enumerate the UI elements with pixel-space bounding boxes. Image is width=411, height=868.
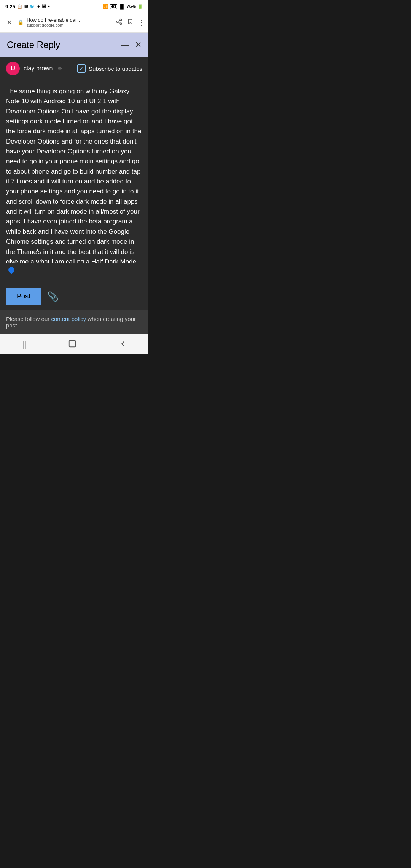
page-url: support.google.com xyxy=(27,23,113,27)
bookmark-icon[interactable] xyxy=(127,18,133,27)
dialog-body: U clay brown ✏ ✓ Subscribe to updates Po… xyxy=(0,57,148,310)
browser-close-button[interactable]: ✕ xyxy=(4,17,14,28)
svg-point-0 xyxy=(120,19,122,21)
battery-percent: 76% xyxy=(127,4,136,9)
cellular-4g-icon: 4G xyxy=(110,4,117,9)
post-button[interactable]: Post xyxy=(6,288,41,305)
status-bar: 9:25 📋 ✉ 🐦 ✦ 🖼 • 📶 4G ▐▌ 76% 🔋 xyxy=(0,0,148,12)
battery-icon: 🔋 xyxy=(137,4,143,9)
svg-rect-5 xyxy=(69,340,76,347)
subscribe-area[interactable]: ✓ Subscribe to updates xyxy=(77,64,142,73)
mail-icon: ✉ xyxy=(24,4,28,9)
recent-apps-icon[interactable]: ||| xyxy=(21,340,26,349)
browser-actions: ⋮ xyxy=(116,18,145,27)
text-cursor-handle xyxy=(7,266,16,274)
username: clay brown xyxy=(24,65,53,72)
signal-bars-icon: ▐▌ xyxy=(119,4,125,9)
status-indicators: 📶 4G ▐▌ 76% 🔋 xyxy=(103,4,143,9)
twitter-icon: 🐦 xyxy=(30,4,35,9)
dot-icon: • xyxy=(48,3,50,10)
page-title: How do I re-enable dar… xyxy=(27,17,113,23)
back-icon[interactable] xyxy=(119,340,127,350)
time-display: 9:25 xyxy=(5,4,15,10)
share-icon[interactable] xyxy=(116,18,123,27)
status-time: 9:25 📋 ✉ 🐦 ✦ 🖼 • xyxy=(5,3,50,10)
edit-username-icon[interactable]: ✏ xyxy=(58,65,62,72)
wifi-icon: 📶 xyxy=(103,4,108,9)
media-icon: 🖼 xyxy=(42,4,46,9)
avatar: U xyxy=(6,62,20,75)
footer-bar: Please follow our content policy when cr… xyxy=(0,310,148,334)
svg-line-3 xyxy=(118,22,120,23)
content-policy-link[interactable]: content policy xyxy=(51,316,86,322)
dialog-title: Create Reply xyxy=(7,40,60,50)
reply-text-input[interactable] xyxy=(0,80,148,263)
home-icon[interactable] xyxy=(68,340,76,350)
subscribe-checkbox[interactable]: ✓ xyxy=(77,64,86,73)
footer-text-before: Please follow our xyxy=(6,316,49,322)
subscribe-label: Subscribe to updates xyxy=(89,65,142,72)
lock-icon: 🔒 xyxy=(18,19,24,25)
post-row: Post 📎 xyxy=(0,282,148,310)
android-nav-bar: ||| xyxy=(0,334,148,354)
attachment-icon[interactable]: 📎 xyxy=(47,291,59,302)
svg-point-2 xyxy=(120,23,122,25)
sim-icon: 📋 xyxy=(17,4,22,9)
svg-line-4 xyxy=(118,20,120,21)
user-info: U clay brown ✏ xyxy=(6,62,62,75)
signal-icon: ✦ xyxy=(37,5,40,9)
browser-bar: ✕ 🔒 How do I re-enable dar… support.goog… xyxy=(0,12,148,33)
dialog-header: Create Reply — ✕ xyxy=(0,33,148,57)
close-button[interactable]: ✕ xyxy=(135,40,142,50)
more-options-icon[interactable]: ⋮ xyxy=(138,18,145,27)
minimize-button[interactable]: — xyxy=(121,41,129,49)
dialog-header-actions: — ✕ xyxy=(121,40,142,50)
user-row: U clay brown ✏ ✓ Subscribe to updates xyxy=(0,57,148,80)
svg-point-1 xyxy=(116,21,118,22)
url-area[interactable]: How do I re-enable dar… support.google.c… xyxy=(27,17,113,27)
